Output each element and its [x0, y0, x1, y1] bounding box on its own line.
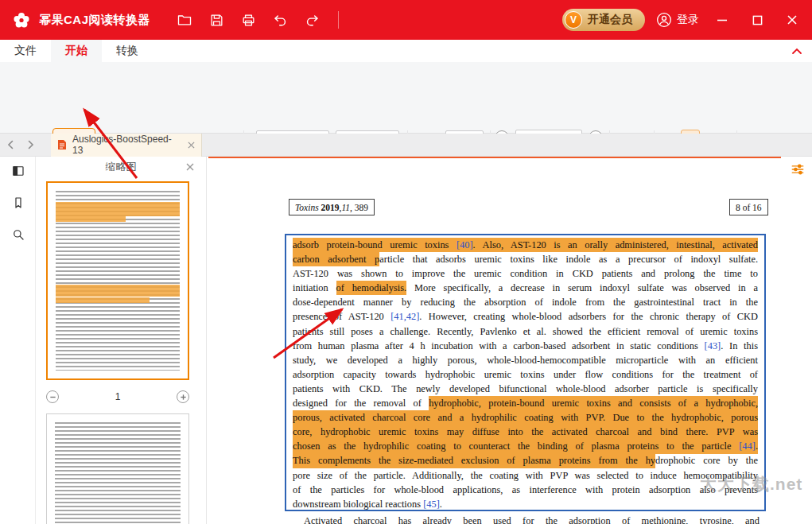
document-text-line: patients with CKD. The newly developed b…	[293, 382, 758, 396]
paragraph-continuation: Activated charcoal has already been used…	[291, 514, 760, 524]
citation-link[interactable]: [40]	[457, 238, 473, 252]
document-text-line: porous, activated charcoal core and a hy…	[293, 410, 758, 425]
citation-link[interactable]: [44]	[739, 439, 756, 453]
thumbnail-prev-button[interactable]	[46, 390, 59, 403]
menu-tab-convert[interactable]: 转换	[102, 40, 153, 62]
body-text: downstream biological reactions	[293, 499, 423, 510]
journal-pages: , 389	[350, 203, 368, 212]
highlighted-text: . Also, AST-120 is an orally administere…	[473, 238, 758, 252]
collapse-ribbon-button[interactable]	[788, 43, 806, 59]
document-text-line: initiation of hemodialysis. More specifi…	[293, 281, 758, 295]
body-text: More specifically, a decrease in serum i…	[406, 282, 758, 293]
body-text: pore size of the particle. Additionally,…	[293, 470, 758, 481]
thumbnails-panel-button[interactable]	[10, 163, 26, 179]
sidebar-strip	[0, 157, 36, 524]
highlighted-text: chosen as the hydrophilic coating to cou…	[293, 439, 739, 453]
panel-close-icon[interactable]	[184, 161, 196, 173]
body-text: patients still poses a challenge. Recent…	[293, 326, 758, 337]
save-button[interactable]	[204, 8, 228, 32]
login-label: 登录	[677, 13, 699, 27]
bookmarks-panel-button[interactable]	[10, 195, 26, 211]
tab-scroll-right-button[interactable]	[21, 134, 41, 157]
tab-close-icon[interactable]	[188, 142, 195, 149]
document-text-line: presence of AST-120 [41,42]. However, cr…	[293, 309, 758, 324]
page-thumbnail-2[interactable]	[46, 413, 189, 524]
thumbnail-pager: 1	[46, 389, 189, 405]
document-tabbar: Auslogics-BoostSpeed-13	[0, 134, 812, 157]
journal-name: Toxins	[295, 203, 319, 212]
document-text-line: of the particles for whole-blood applica…	[293, 483, 758, 497]
document-tab-label: Auslogics-BoostSpeed-13	[72, 134, 182, 156]
citation-link[interactable]: [45]	[423, 499, 440, 510]
thumbnail-highlight	[56, 297, 150, 303]
document-text-line: dose-dependent manner by reducing the ab…	[293, 295, 758, 309]
citation-link[interactable]: [43]	[705, 340, 721, 351]
close-button[interactable]	[780, 8, 804, 32]
body-text: study, we developed a highly porous, who…	[293, 355, 758, 366]
citation-link[interactable]: [41,42]	[390, 311, 419, 322]
vip-upgrade-button[interactable]: V 开通会员	[562, 9, 645, 31]
body-text: designed for the removal of	[293, 398, 429, 409]
thumbnail-next-button[interactable]	[177, 390, 189, 403]
body-text: drophobic core by the	[655, 455, 758, 466]
document-text-line: downstream biological reactions [45].	[293, 497, 758, 511]
highlighted-text: core, hydrophobic uremic toxins may diff…	[293, 425, 758, 439]
document-text-line: core, hydrophobic uremic toxins may diff…	[293, 425, 758, 439]
search-panel-button[interactable]	[10, 227, 26, 243]
document-text-line: designed for the removal of hydrophobic,…	[293, 396, 758, 410]
menu-bar: 文件 开始 转换	[0, 40, 812, 62]
document-text-line: patients still poses a challenge. Recent…	[293, 324, 758, 339]
minimize-button[interactable]	[710, 8, 734, 32]
document-text-line: AST-120 was shown to improve the uremic …	[293, 266, 758, 281]
body-text: adsorption capacity towards hydrophobic …	[293, 369, 758, 380]
undo-button[interactable]	[268, 8, 292, 32]
document-icon	[57, 139, 67, 150]
body-text: .	[440, 499, 442, 510]
menu-tab-file[interactable]: 文件	[0, 40, 51, 62]
document-tab[interactable]: Auslogics-BoostSpeed-13	[51, 134, 202, 157]
document-text-line: Activated charcoal has already been used…	[291, 514, 760, 524]
tab-scroll-left-button[interactable]	[0, 134, 21, 157]
highlighted-text: hydrophobic, protein-bound uremic toxins…	[429, 396, 758, 410]
body-text: patients with CKD. The newly developed b…	[293, 383, 758, 394]
document-text-line: adsorb protein-bound uremic toxins [40].…	[293, 238, 758, 252]
menu-tab-home[interactable]: 开始	[51, 40, 102, 62]
thumbnail-highlight	[56, 202, 180, 216]
body-text: . However, creating whole-blood adsorber…	[419, 311, 758, 322]
document-text-line: adsorption capacity towards hydrophobic …	[293, 367, 758, 382]
thumbnail-panel: 缩略图 1	[36, 157, 207, 524]
highlighted-text: .	[756, 439, 758, 453]
document-view: Toxins 2019, 11, 389 8 of 16 adsorb prot…	[207, 157, 812, 524]
document-text-line: carbon adsorbent particle that adsorbs u…	[293, 252, 758, 266]
view-settings-icon[interactable]	[789, 161, 806, 178]
thumbnail-text-lines	[55, 422, 181, 524]
print-button[interactable]	[236, 8, 260, 32]
redo-button[interactable]	[300, 8, 324, 32]
body-text: from human plasma after 4 h incubation w…	[293, 340, 705, 351]
app-window: 幂果CAJ阅读转换器 V 开通会员 登录 文件 开始 转换	[0, 0, 812, 524]
highlighted-text: carbon adsorbent p	[293, 252, 379, 266]
document-text-line: from human plasma after 4 h incubation w…	[293, 339, 758, 353]
page-number-label: 8 of 16	[729, 199, 768, 215]
page-thumbnail-1[interactable]	[46, 181, 189, 380]
open-file-button[interactable]	[173, 8, 196, 32]
document-text-line: pore size of the particle. Additionally,…	[293, 468, 758, 483]
body-text: Activated charcoal has already been used…	[304, 515, 760, 524]
vip-label: 开通会员	[588, 13, 632, 27]
thumbnail-highlight	[56, 285, 180, 297]
journal-volume: 11	[341, 203, 350, 212]
journal-year: 2019	[321, 203, 340, 212]
user-icon	[656, 12, 672, 28]
app-logo-icon	[10, 9, 33, 31]
body-text: dose-dependent manner by reducing the ab…	[293, 297, 758, 308]
login-button[interactable]: 登录	[656, 12, 699, 28]
thumbnail-page-number: 1	[115, 391, 121, 402]
thumbnail-panel-title: 缩略图	[36, 157, 206, 177]
body-text: initiation	[293, 282, 336, 293]
selected-text-block[interactable]: adsorb protein-bound uremic toxins [40].…	[285, 234, 766, 511]
document-text-line: This complements the size-mediated exclu…	[293, 453, 758, 468]
highlighted-text: adsorb protein-bound uremic toxins	[293, 238, 457, 252]
titlebar-divider	[338, 11, 339, 29]
app-title: 幂果CAJ阅读转换器	[39, 13, 150, 28]
maximize-button[interactable]	[745, 8, 769, 32]
